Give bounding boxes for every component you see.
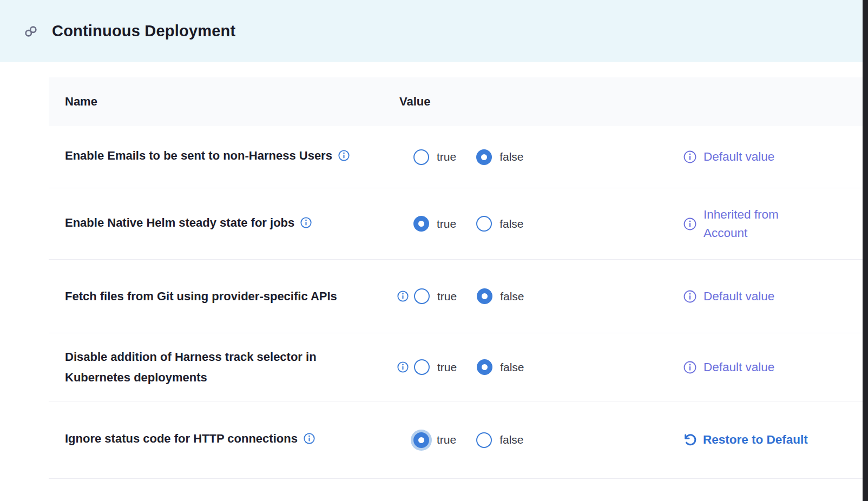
link-icon[interactable] bbox=[23, 23, 39, 39]
window-edge bbox=[863, 0, 868, 501]
radio-true[interactable] bbox=[413, 432, 429, 448]
status-label: Default value bbox=[703, 287, 774, 306]
setting-status: Default value bbox=[683, 287, 863, 306]
radio-label-false[interactable]: false bbox=[499, 150, 523, 163]
radio-group: true false bbox=[414, 288, 524, 304]
section-header: Continuous Deployment bbox=[0, 0, 868, 62]
setting-row: Ignore status code for HTTP connections … bbox=[49, 401, 863, 479]
radio-true[interactable] bbox=[414, 288, 430, 304]
setting-name: Enable Emails to be sent to non-Harness … bbox=[49, 146, 384, 168]
status-label: Default value bbox=[703, 148, 774, 166]
restore-to-default-button[interactable]: Restore to Default bbox=[683, 431, 863, 449]
setting-name: Ignore status code for HTTP connections bbox=[49, 429, 384, 451]
radio-label-false[interactable]: false bbox=[499, 217, 523, 230]
status-label: Inherited from Account bbox=[703, 206, 821, 242]
setting-value: true false bbox=[384, 288, 683, 304]
radio-option-true[interactable]: true bbox=[413, 216, 456, 232]
setting-name-label: Enable Emails to be sent to non-Harness … bbox=[65, 149, 332, 162]
page-title: Continuous Deployment bbox=[52, 22, 235, 40]
radio-label-true[interactable]: true bbox=[437, 217, 456, 230]
setting-value: true false bbox=[384, 359, 683, 375]
radio-group: true false bbox=[413, 432, 524, 448]
radio-label-true[interactable]: true bbox=[437, 150, 456, 163]
info-icon[interactable] bbox=[397, 361, 409, 373]
radio-option-false[interactable]: false bbox=[476, 149, 523, 165]
info-icon[interactable] bbox=[338, 148, 350, 168]
setting-value: true false bbox=[384, 149, 683, 165]
column-header-name: Name bbox=[49, 95, 384, 109]
info-icon[interactable] bbox=[397, 290, 409, 302]
radio-true[interactable] bbox=[413, 149, 429, 165]
setting-row: Enable Native Helm steady state for jobs… bbox=[49, 188, 863, 260]
radio-option-true[interactable]: true bbox=[413, 432, 456, 448]
table-body: Enable Emails to be sent to non-Harness … bbox=[49, 126, 863, 479]
radio-option-false[interactable]: false bbox=[477, 288, 524, 304]
radio-option-true[interactable]: true bbox=[413, 149, 456, 165]
setting-value: true false bbox=[384, 432, 683, 448]
setting-status: Default value bbox=[683, 148, 863, 166]
radio-false[interactable] bbox=[476, 216, 492, 232]
info-icon[interactable] bbox=[683, 289, 697, 304]
setting-row: Fetch files from Git using provider-spec… bbox=[49, 260, 863, 333]
table-header-row: Name Value bbox=[49, 77, 863, 126]
radio-true[interactable] bbox=[413, 216, 429, 232]
settings-table: Name Value Enable Emails to be sent to n… bbox=[49, 77, 863, 479]
radio-option-false[interactable]: false bbox=[476, 216, 523, 232]
radio-label-false[interactable]: false bbox=[500, 290, 524, 303]
radio-false[interactable] bbox=[477, 359, 492, 375]
status-label: Restore to Default bbox=[703, 431, 808, 449]
radio-group: true false bbox=[414, 359, 524, 375]
setting-name-label: Fetch files from Git using provider-spec… bbox=[65, 289, 337, 303]
radio-label-true[interactable]: true bbox=[437, 290, 457, 303]
column-header-value: Value bbox=[384, 95, 430, 109]
radio-option-false[interactable]: false bbox=[477, 359, 524, 375]
setting-status: Default value bbox=[683, 358, 863, 377]
info-icon[interactable] bbox=[683, 217, 697, 231]
info-icon[interactable] bbox=[683, 150, 697, 164]
setting-row: Disable addition of Harness track select… bbox=[49, 333, 863, 401]
radio-option-true[interactable]: true bbox=[414, 359, 457, 375]
radio-false[interactable] bbox=[476, 149, 492, 165]
status-label: Default value bbox=[703, 358, 774, 377]
radio-false[interactable] bbox=[476, 432, 492, 448]
setting-status: Inherited from Account bbox=[683, 206, 863, 242]
radio-true[interactable] bbox=[414, 359, 430, 375]
restore-icon[interactable] bbox=[683, 433, 698, 447]
radio-option-true[interactable]: true bbox=[414, 288, 457, 304]
radio-option-false[interactable]: false bbox=[476, 432, 523, 448]
radio-group: true false bbox=[413, 216, 524, 232]
radio-group: true false bbox=[413, 149, 524, 165]
radio-label-true[interactable]: true bbox=[437, 433, 456, 446]
setting-row: Enable Emails to be sent to non-Harness … bbox=[49, 126, 863, 188]
setting-name-label: Ignore status code for HTTP connections bbox=[65, 432, 298, 445]
setting-name: Disable addition of Harness track select… bbox=[49, 347, 384, 388]
setting-name: Enable Native Helm steady state for jobs bbox=[49, 213, 384, 235]
radio-label-false[interactable]: false bbox=[500, 361, 524, 374]
info-icon[interactable] bbox=[683, 360, 697, 374]
setting-name-label: Enable Native Helm steady state for jobs bbox=[65, 216, 294, 229]
setting-name: Fetch files from Git using provider-spec… bbox=[49, 286, 384, 307]
info-icon[interactable] bbox=[303, 431, 315, 451]
radio-label-true[interactable]: true bbox=[437, 361, 457, 374]
setting-value: true false bbox=[384, 216, 683, 232]
setting-name-label: Disable addition of Harness track select… bbox=[65, 350, 317, 384]
radio-false[interactable] bbox=[477, 288, 492, 304]
info-icon[interactable] bbox=[300, 215, 312, 235]
radio-label-false[interactable]: false bbox=[499, 433, 523, 446]
